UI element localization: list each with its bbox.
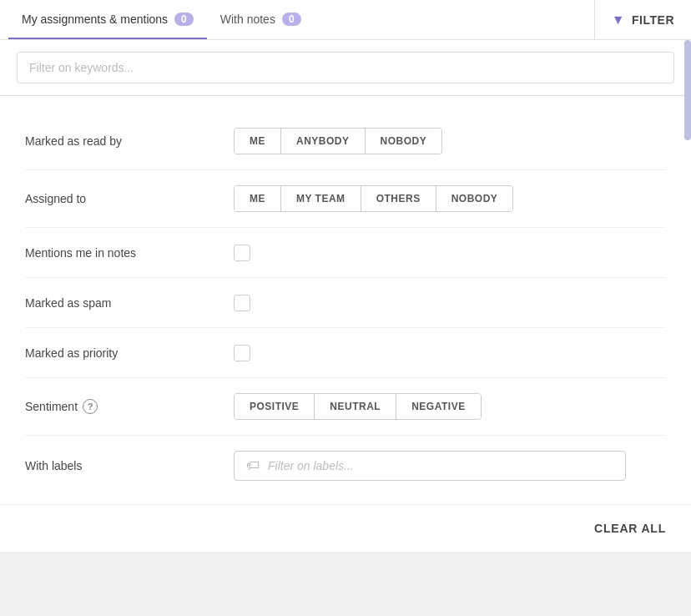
btn-assigned-to-others[interactable]: OTHERS (361, 186, 436, 211)
btn-marked-as-read-nobody[interactable]: NOBODY (366, 129, 442, 154)
tab-my-assignments-badge: 0 (174, 13, 194, 26)
keyword-filter-input[interactable] (17, 52, 674, 83)
tab-with-notes-label: With notes (220, 13, 275, 26)
filter-controls-sentiment: POSITIVE NEUTRAL NEGATIVE (234, 393, 482, 420)
filter-row-sentiment: Sentiment ? POSITIVE NEUTRAL NEGATIVE (25, 378, 666, 436)
filter-row-assigned-to: Assigned to ME MY TEAM OTHERS NOBODY (25, 170, 666, 228)
filter-button-label: FILTER (632, 13, 674, 27)
filter-label-sentiment: Sentiment ? (25, 399, 234, 414)
scroll-indicator[interactable] (684, 40, 691, 140)
filter-row-marked-as-read: Marked as read by ME ANYBODY NOBODY (25, 113, 666, 170)
checkbox-mentions-me[interactable] (234, 245, 250, 261)
btn-group-assigned-to: ME MY TEAM OTHERS NOBODY (234, 185, 513, 212)
filter-icon: ▼ (612, 13, 625, 28)
filter-controls-mentions-me (234, 245, 250, 261)
filter-panel: Marked as read by ME ANYBODY NOBODY Assi… (0, 96, 691, 504)
filter-controls-marked-as-spam (234, 295, 250, 311)
btn-group-sentiment: POSITIVE NEUTRAL NEGATIVE (234, 393, 482, 420)
tab-my-assignments[interactable]: My assignments & mentions 0 (8, 0, 207, 39)
filter-label-marked-as-priority: Marked as priority (25, 346, 234, 360)
filter-footer: CLEAR ALL (0, 504, 691, 552)
btn-assigned-to-me[interactable]: ME (235, 186, 281, 211)
filter-row-marked-as-spam: Marked as spam (25, 278, 666, 328)
filter-controls-with-labels: 🏷 Filter on labels... (234, 451, 626, 481)
filter-button[interactable]: ▼ FILTER (594, 0, 691, 39)
filter-controls-marked-as-priority (234, 345, 250, 361)
clear-all-button[interactable]: CLEAR ALL (594, 522, 666, 535)
filter-row-with-labels: With labels 🏷 Filter on labels... (25, 436, 666, 496)
checkbox-marked-as-spam[interactable] (234, 295, 250, 311)
tab-bar: My assignments & mentions 0 With notes 0… (0, 0, 691, 40)
btn-assigned-to-my-team[interactable]: MY TEAM (281, 186, 361, 211)
tag-icon: 🏷 (246, 458, 260, 473)
tab-with-notes-badge: 0 (282, 13, 301, 26)
filter-controls-marked-as-read: ME ANYBODY NOBODY (234, 128, 442, 154)
labels-input-container[interactable]: 🏷 Filter on labels... (234, 451, 626, 481)
filter-row-marked-as-priority: Marked as priority (25, 328, 666, 378)
btn-group-marked-as-read: ME ANYBODY NOBODY (234, 128, 442, 154)
tab-my-assignments-label: My assignments & mentions (22, 13, 168, 26)
btn-sentiment-neutral[interactable]: NEUTRAL (315, 394, 396, 419)
labels-input-placeholder: Filter on labels... (268, 459, 354, 472)
btn-marked-as-read-me[interactable]: ME (235, 129, 281, 154)
btn-sentiment-positive[interactable]: POSITIVE (235, 394, 315, 419)
search-bar (0, 40, 691, 96)
filter-label-marked-as-read: Marked as read by (25, 134, 234, 148)
tab-with-notes[interactable]: With notes 0 (207, 0, 315, 39)
filter-label-with-labels: With labels (25, 459, 234, 472)
checkbox-marked-as-priority[interactable] (234, 345, 250, 361)
btn-sentiment-negative[interactable]: NEGATIVE (396, 394, 480, 419)
sentiment-help-icon[interactable]: ? (83, 399, 98, 414)
filter-label-assigned-to: Assigned to (25, 192, 234, 205)
filter-row-mentions-me: Mentions me in notes (25, 228, 666, 278)
filter-label-mentions-me: Mentions me in notes (25, 246, 234, 260)
filter-controls-assigned-to: ME MY TEAM OTHERS NOBODY (234, 185, 513, 212)
filter-label-marked-as-spam: Marked as spam (25, 296, 234, 310)
btn-assigned-to-nobody[interactable]: NOBODY (436, 186, 513, 211)
btn-marked-as-read-anybody[interactable]: ANYBODY (281, 129, 366, 154)
